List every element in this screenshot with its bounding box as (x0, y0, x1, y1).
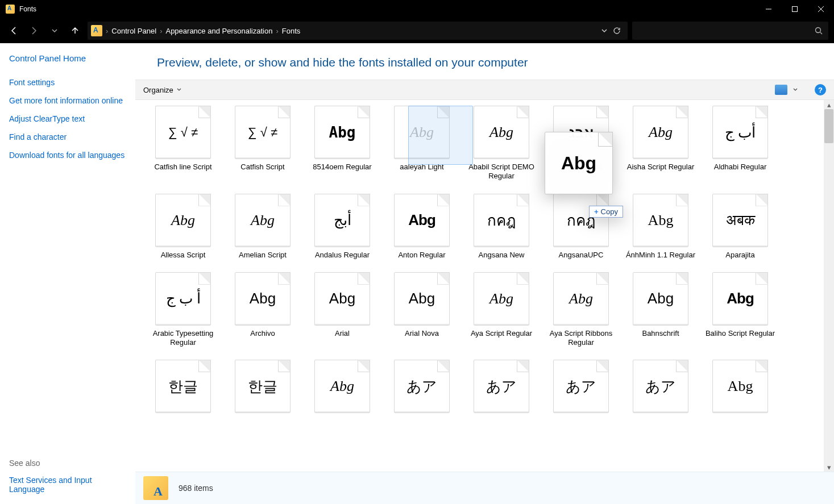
location-icon (91, 25, 102, 36)
see-also-link[interactable]: Text Services and Input Language (9, 476, 126, 494)
address-bar[interactable]: › Control Panel › Appearance and Persona… (88, 22, 628, 40)
font-thumbnail: Abg (633, 272, 688, 326)
font-sample: Abg (409, 290, 435, 307)
font-item[interactable]: अबकAparajita (700, 194, 780, 260)
sidebar-link[interactable]: Font settings (9, 78, 126, 87)
control-panel-home-link[interactable]: Control Panel Home (9, 53, 126, 63)
font-item[interactable]: AbgAya Script Ribbons Regular (541, 272, 621, 348)
font-sample: ∑ √ ≠ (168, 125, 198, 140)
font-label: AngsanaUPC (559, 251, 604, 260)
back-button[interactable] (6, 23, 22, 39)
maximize-button[interactable] (782, 0, 808, 18)
scroll-thumb[interactable] (824, 109, 833, 143)
font-item[interactable]: Abg (302, 360, 382, 416)
font-item[interactable]: AbgArial Nova (382, 272, 462, 348)
font-thumbnail: Abg (712, 272, 768, 326)
font-sample: Abg (489, 124, 513, 141)
view-options-button[interactable] (775, 85, 787, 95)
svg-rect-0 (792, 7, 798, 12)
font-item[interactable]: กคฎAngsanaUPC (541, 194, 621, 260)
font-sample: أبج (334, 211, 351, 229)
font-label: Angsana New (479, 251, 525, 260)
font-item[interactable]: ∑ √ ≠ Catfish Script (223, 106, 302, 181)
font-sample: あア (645, 377, 676, 397)
search-input[interactable] (632, 22, 828, 40)
font-item[interactable]: あア (621, 360, 700, 416)
font-label: Aparajita (725, 251, 754, 260)
search-icon (815, 27, 823, 35)
address-dropdown[interactable] (601, 28, 607, 34)
font-item[interactable]: أ ب جArabic Typesetting Regular (143, 272, 223, 348)
font-item[interactable]: AbgArchivo (223, 272, 302, 348)
font-label: Aisha Script Regular (627, 163, 695, 172)
font-thumbnail: ∑ √ ≠ (235, 106, 291, 159)
font-item[interactable]: あア (382, 360, 462, 416)
organize-menu[interactable]: Organize (143, 86, 181, 94)
font-item[interactable]: AbgArial (302, 272, 382, 348)
font-label: Amelian Script (239, 251, 287, 260)
sidebar-link[interactable]: Get more font information online (9, 96, 126, 105)
font-item[interactable]: 한글 (223, 360, 302, 416)
font-thumbnail: ∑ √ ≠ (155, 106, 211, 159)
font-label: aaleyah Light (400, 163, 443, 172)
font-item[interactable]: AbgAbabil Script DEMO Regular (462, 106, 541, 181)
font-item[interactable]: AbgAllessa Script (143, 194, 223, 260)
status-bar: 968 items (135, 472, 834, 504)
font-sample: 한글 (248, 377, 277, 397)
sidebar-link[interactable]: Adjust ClearType text (9, 114, 126, 123)
scroll-up-arrow[interactable]: ▴ (824, 100, 834, 109)
breadcrumb-segment[interactable]: Control Panel (111, 27, 156, 35)
svg-point-1 (816, 28, 821, 33)
forward-button[interactable] (26, 23, 42, 39)
breadcrumb-segment[interactable]: Fonts (282, 27, 301, 35)
font-label: ÁnhMinh 1.1 Regular (626, 251, 695, 260)
font-item[interactable]: Abg (700, 360, 780, 416)
font-thumbnail: Abg (235, 194, 291, 247)
font-item[interactable]: אבגAharoni Bold (541, 106, 621, 181)
font-item[interactable]: أب جAldhabi Regular (700, 106, 780, 181)
title-bar: Fonts (0, 0, 834, 18)
font-item[interactable]: 한글 (143, 360, 223, 416)
font-item[interactable]: ∑ √ ≠ Catfish line Script (143, 106, 223, 181)
font-sample: あア (406, 377, 437, 397)
font-item[interactable]: あア (541, 360, 621, 416)
font-item[interactable]: กคฎAngsana New (462, 194, 541, 260)
font-item[interactable]: Abg8514oem Regular (302, 106, 382, 181)
font-item[interactable]: AbgBaliho Script Regular (700, 272, 780, 348)
font-thumbnail: Abg (553, 272, 609, 326)
font-label: Arial (335, 329, 350, 338)
chevron-right-icon: › (106, 27, 108, 35)
help-button[interactable]: ? (815, 84, 826, 95)
font-sample: Abg (489, 290, 513, 307)
font-thumbnail: Abg (633, 106, 688, 159)
toolbar: Organize ? (135, 80, 834, 100)
font-item[interactable]: AbgAmelian Script (223, 194, 302, 260)
font-sample: 한글 (168, 377, 198, 397)
chevron-down-icon[interactable] (793, 88, 798, 92)
font-item[interactable]: あア (462, 360, 541, 416)
vertical-scrollbar[interactable]: ▴ ▾ (824, 100, 834, 472)
close-button[interactable] (808, 0, 834, 18)
font-item[interactable]: AbgBahnschrift (621, 272, 700, 348)
history-dropdown[interactable] (47, 23, 63, 39)
sidebar-link[interactable]: Find a character (9, 132, 126, 141)
font-label: Aharoni Bold (560, 163, 602, 172)
font-label: Aldhabi Regular (714, 163, 767, 172)
font-sample: Abg (171, 212, 195, 229)
font-item[interactable]: Abgaaleyah Light (382, 106, 462, 181)
font-item[interactable]: AbgAnton Regular (382, 194, 462, 260)
font-label: Aya Script Regular (471, 329, 532, 338)
font-sample: Abg (329, 124, 356, 141)
font-label: Arabic Typesetting Regular (147, 329, 219, 348)
sidebar-link[interactable]: Download fonts for all languages (9, 151, 126, 160)
font-item[interactable]: AbgAisha Script Regular (621, 106, 700, 181)
minimize-button[interactable] (756, 0, 782, 18)
scroll-down-arrow[interactable]: ▾ (824, 463, 834, 472)
font-item[interactable]: AbgÁnhMinh 1.1 Regular (621, 194, 700, 260)
font-item[interactable]: أبجAndalus Regular (302, 194, 382, 260)
up-button[interactable] (67, 23, 83, 39)
font-item[interactable]: AbgAya Script Regular (462, 272, 541, 348)
breadcrumb-segment[interactable]: Appearance and Personalization (165, 27, 272, 35)
font-thumbnail: Abg (394, 106, 450, 159)
refresh-button[interactable] (613, 27, 621, 35)
